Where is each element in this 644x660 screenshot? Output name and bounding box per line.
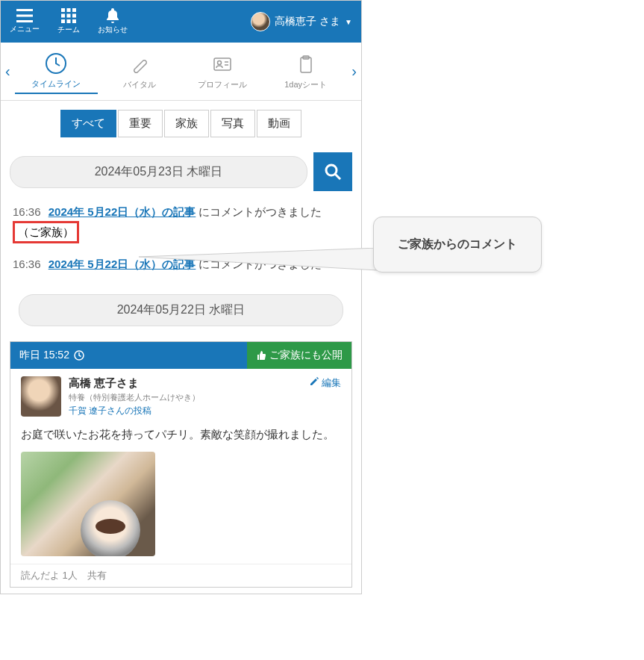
callout-annotation: ご家族からのコメント <box>373 217 542 273</box>
post-time: 昨日 15:52 <box>19 349 69 362</box>
notification-link[interactable]: 2024年 5月22日（水）の記事 <box>49 258 196 270</box>
post-author-link[interactable]: 千賀 遼子さんの投稿 <box>69 405 302 417</box>
date-bar: 2024年05月23日 木曜日 <box>1 146 361 197</box>
date-label: 2024年05月23日 木曜日 <box>10 156 307 188</box>
svg-rect-1 <box>67 8 71 12</box>
grid-icon <box>61 8 76 23</box>
edit-button[interactable]: 編集 <box>310 376 341 417</box>
post-user-facility: 特養（特別養護老人ホームけやき） <box>69 392 302 403</box>
callout-text: ご家族からのコメント <box>398 237 517 250</box>
svg-rect-10 <box>214 58 231 70</box>
tab-vital[interactable]: バイタル <box>98 49 181 93</box>
date-bar: 2024年05月22日 水曜日 <box>10 288 352 332</box>
post-avatar <box>21 376 61 417</box>
nav-tabs: ‹ タイムライン バイタル プロフィール 1dayシート › <box>1 43 361 101</box>
clipboard-icon <box>294 52 318 76</box>
post-text: お庭で咲いたお花を持ってパチリ。素敵な笑顔が撮れました。 <box>21 425 341 444</box>
nav-prev[interactable]: ‹ <box>1 63 15 80</box>
clock-icon <box>74 350 84 361</box>
search-icon <box>323 162 343 181</box>
filter-all[interactable]: すべて <box>60 110 116 137</box>
svg-rect-2 <box>72 8 76 12</box>
avatar <box>251 12 270 31</box>
svg-point-11 <box>218 61 222 65</box>
svg-rect-7 <box>67 19 71 23</box>
team-button[interactable]: チーム <box>57 8 80 35</box>
date-label: 2024年05月22日 水曜日 <box>19 294 343 326</box>
tab-timeline[interactable]: タイムライン <box>15 49 98 94</box>
notification-link[interactable]: 2024年 5月22日（水）の記事 <box>49 205 196 218</box>
notify-button[interactable]: お知らせ <box>98 8 128 35</box>
tab-profile[interactable]: プロフィール <box>181 49 264 93</box>
notify-label: お知らせ <box>98 25 128 35</box>
search-button[interactable] <box>313 152 352 191</box>
hamburger-icon <box>16 9 33 22</box>
tab-1day[interactable]: 1dayシート <box>264 49 347 93</box>
filter-tabs: すべて 重要 家族 写真 動画 <box>1 101 361 146</box>
tab-label: 1dayシート <box>284 79 327 90</box>
menu-label: メニュー <box>10 24 40 34</box>
svg-rect-0 <box>61 8 65 12</box>
user-name: 高橋恵子 さま <box>275 15 340 28</box>
id-card-icon <box>210 52 234 76</box>
family-tag-highlighted: （ご家族） <box>13 221 79 243</box>
public-label: ご家族にも公開 <box>269 349 343 362</box>
bell-icon <box>106 8 119 23</box>
tab-label: バイタル <box>123 79 156 90</box>
svg-rect-5 <box>72 14 76 18</box>
notification-item[interactable]: 16:36 2024年 5月22日（水）の記事 にコメントがつきました （ご家族… <box>1 197 361 249</box>
chevron-down-icon: ▼ <box>345 18 352 26</box>
edit-label: 編集 <box>322 377 341 388</box>
user-menu[interactable]: 高橋恵子 さま ▼ <box>251 12 352 31</box>
menu-button[interactable]: メニュー <box>10 9 40 34</box>
filter-photo[interactable]: 写真 <box>210 110 255 137</box>
filter-video[interactable]: 動画 <box>257 110 301 137</box>
thermometer-icon <box>128 52 151 76</box>
tab-label: プロフィール <box>198 79 247 90</box>
clock-icon <box>44 52 68 75</box>
team-label: チーム <box>57 25 80 35</box>
notification-time: 16:36 <box>13 205 41 218</box>
notification-time: 16:36 <box>13 258 41 270</box>
svg-rect-6 <box>61 19 65 23</box>
svg-rect-4 <box>67 14 71 18</box>
post-header: 昨日 15:52 ご家族にも公開 <box>10 342 351 369</box>
notification-suffix: にコメントがつきました <box>196 258 322 270</box>
tab-label: タイムライン <box>31 78 81 90</box>
public-badge[interactable]: ご家族にも公開 <box>247 342 351 369</box>
filter-important[interactable]: 重要 <box>118 110 163 137</box>
post-card: 昨日 15:52 ご家族にも公開 高橋 恵子さま 特養（特別養護老人ホームけやき… <box>10 341 352 588</box>
top-bar: メニュー チーム お知らせ 高橋恵子 さま ▼ <box>1 1 361 43</box>
filter-family[interactable]: 家族 <box>164 110 209 137</box>
svg-rect-8 <box>72 19 76 23</box>
nav-next[interactable]: › <box>347 63 361 80</box>
post-footer[interactable]: 読んだよ 1人 共有 <box>10 564 351 587</box>
svg-rect-3 <box>61 14 65 18</box>
post-body: 高橋 恵子さま 特養（特別養護老人ホームけやき） 千賀 遼子さんの投稿 編集 お… <box>10 369 351 564</box>
svg-rect-14 <box>301 57 311 72</box>
notification-item[interactable]: 16:36 2024年 5月22日（水）の記事 にコメントがつきました <box>1 249 361 279</box>
post-image[interactable] <box>21 452 155 556</box>
svg-line-17 <box>335 174 340 179</box>
post-user-name: 高橋 恵子さま <box>69 376 302 390</box>
svg-point-16 <box>326 165 337 175</box>
notification-suffix: にコメントがつきました <box>196 205 322 218</box>
thumbs-up-icon <box>256 350 266 361</box>
post-time-header: 昨日 15:52 <box>10 342 247 369</box>
pencil-icon <box>310 377 322 388</box>
